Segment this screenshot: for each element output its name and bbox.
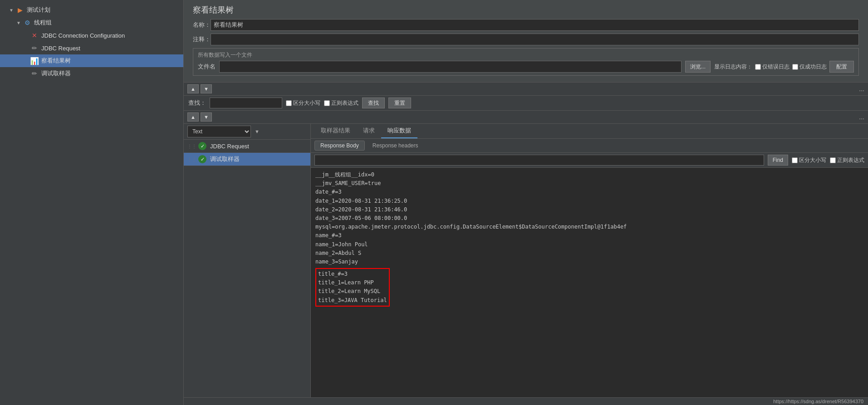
sidebar-item-label: JDBC Request <box>41 45 80 52</box>
page-header: 察看结果树 名称： 注释： 所有数据写入一个文件 文件名 浏览... 显示日志内… <box>184 0 868 83</box>
expand-arrow: ▼ <box>9 8 15 13</box>
response-line: date_#=3 <box>315 188 863 196</box>
file-input[interactable] <box>219 61 682 73</box>
sidebar: ▼ ▶ 测试计划 ▼ ⚙ 线程组 ✕ JDBC Connection Confi… <box>0 0 184 405</box>
jdbc-config-icon: ✕ <box>30 31 39 40</box>
response-body: __jm__线程组__idx=0 __jmv_SAME_USER=true da… <box>311 168 868 397</box>
list-item[interactable]: ⋮⋮ ✓ 调试取样器 <box>184 153 310 166</box>
sidebar-item-label: JDBC Connection Configuration <box>41 32 125 39</box>
response-line: date_1=2020-08-31 21:36:25.0 <box>315 197 863 205</box>
toolbar-dots-2: ... <box>859 113 864 121</box>
toolbar-row-2: ▲ ▼ ... <box>184 111 868 124</box>
success-only-checkbox[interactable] <box>792 64 798 70</box>
right-panel: 取样器结果 请求 响应数据 Response Body Response hea… <box>311 124 868 397</box>
find-regex-label-text: 正则表达式 <box>837 156 864 164</box>
reset-button[interactable]: 重置 <box>388 98 411 108</box>
up-button-1[interactable]: ▲ <box>187 84 199 93</box>
split-area: Text RegExp Tester CSS/JQuery Tester XPa… <box>184 124 868 397</box>
tab-request[interactable]: 请求 <box>357 124 381 138</box>
toolbar-dots-1: ... <box>859 85 864 93</box>
search-input[interactable] <box>210 98 282 108</box>
case-sensitive-checkbox[interactable] <box>286 100 292 106</box>
result-tree-icon: 📊 <box>30 56 39 65</box>
sidebar-item-label: 测试计划 <box>27 6 50 14</box>
response-tabs: Response Body Response headers <box>311 139 868 153</box>
toolbar-row-1: ▲ ▼ ... <box>184 83 868 96</box>
tab-sampler-result[interactable]: 取样器结果 <box>314 124 357 138</box>
jdbc-request-icon: ✏ <box>30 44 39 53</box>
browse-button[interactable]: 浏览... <box>685 61 711 73</box>
response-line: date_2=2020-08-31 21:36:46.0 <box>315 205 863 214</box>
sidebar-item-jdbc-config[interactable]: ✕ JDBC Connection Configuration <box>0 29 183 42</box>
find-regex-checkbox[interactable] <box>830 157 836 163</box>
regex-checkbox-label: 正则表达式 <box>324 99 358 107</box>
case-sensitive-checkbox-label: 区分大小写 <box>286 99 320 107</box>
response-line: __jm__线程组__idx=0 <box>315 171 863 179</box>
debug-sampler-icon: ✏ <box>30 69 39 78</box>
response-line: name_2=Abdul S <box>315 249 863 258</box>
view-selector: Text RegExp Tester CSS/JQuery Tester XPa… <box>184 124 310 140</box>
sample-status-icon: ✓ <box>198 142 206 150</box>
name-input[interactable] <box>211 19 859 31</box>
sample-name-label: JDBC Request <box>210 143 249 150</box>
file-section: 所有数据写入一个文件 文件名 浏览... 显示日志内容： 仅错误日志 仅成功日志… <box>193 48 859 76</box>
regex-checkbox[interactable] <box>324 100 330 106</box>
sidebar-item-result-tree[interactable]: 📊 察看结果树 <box>0 54 183 67</box>
sample-status-icon: ✓ <box>198 155 206 163</box>
drag-handle-icon: ⋮⋮ <box>187 157 196 162</box>
search-label: 查找： <box>188 99 206 107</box>
find-row: Find 区分大小写 正则表达式 <box>311 153 868 168</box>
file-name-label: 文件名 <box>198 63 216 71</box>
resp-tab-headers[interactable]: Response headers <box>367 141 424 151</box>
comment-label: 注释： <box>193 35 211 44</box>
sidebar-item-label: 察看结果树 <box>41 57 71 65</box>
drag-handle-icon: ⋮⋮ <box>187 144 196 149</box>
status-bar: https://https://sdng.as/drenet/R56394370 <box>184 397 868 405</box>
success-only-label: 仅成功日志 <box>799 63 827 71</box>
sidebar-item-jdbc-request[interactable]: ✏ JDBC Request <box>0 42 183 54</box>
find-button-response[interactable]: Find <box>768 155 788 166</box>
page-title: 察看结果树 <box>193 5 859 15</box>
sidebar-item-test-plan[interactable]: ▼ ▶ 测试计划 <box>0 4 183 16</box>
resp-tab-body[interactable]: Response Body <box>314 141 365 151</box>
response-line-highlighted: title_2=Learn MySQL <box>318 287 387 296</box>
find-regex-label: 正则表达式 <box>830 156 864 164</box>
sample-name-label: 调试取样器 <box>210 155 240 163</box>
highlighted-section: title_#=3 title_1=Learn PHP title_2=Lear… <box>315 268 390 307</box>
response-line: __jmv_SAME_USER=true <box>315 179 863 188</box>
sidebar-item-thread-group[interactable]: ▼ ⚙ 线程组 <box>0 16 183 29</box>
find-input[interactable] <box>314 155 764 166</box>
comment-input[interactable] <box>211 34 859 45</box>
response-line-highlighted: title_3=JAVA Tutorial <box>318 296 387 305</box>
response-line: mysql=org.apache.jmeter.protocol.jdbc.co… <box>315 223 863 231</box>
sidebar-item-debug-sampler[interactable]: ✏ 调试取样器 <box>0 67 183 80</box>
regex-label: 正则表达式 <box>331 99 358 107</box>
comment-row: 注释： <box>193 34 859 45</box>
file-row: 文件名 浏览... 显示日志内容： 仅错误日志 仅成功日志 配置 <box>198 61 854 73</box>
response-line: name_3=Sanjay <box>315 258 863 266</box>
down-button-2[interactable]: ▼ <box>201 112 212 122</box>
response-line-highlighted: title_1=Learn PHP <box>318 278 387 287</box>
view-dropdown[interactable]: Text RegExp Tester CSS/JQuery Tester XPa… <box>187 126 251 137</box>
sidebar-item-label: 调试取样器 <box>41 69 71 78</box>
name-label: 名称： <box>193 21 211 29</box>
test-plan-icon: ▶ <box>15 5 25 15</box>
sample-list: ⋮⋮ ✓ JDBC Request ⋮⋮ ✓ 调试取样器 <box>184 140 310 397</box>
case-sensitive-label: 区分大小写 <box>293 99 320 107</box>
success-only-checkbox-label: 仅成功日志 <box>792 63 827 71</box>
find-case-sensitive-label: 区分大小写 <box>792 156 826 164</box>
left-panel: Text RegExp Tester CSS/JQuery Tester XPa… <box>184 124 311 397</box>
tab-bar: 取样器结果 请求 响应数据 <box>311 124 868 139</box>
find-button[interactable]: 查找 <box>362 98 385 108</box>
up-button-2[interactable]: ▲ <box>187 112 199 122</box>
find-case-sensitive-checkbox[interactable] <box>792 157 798 163</box>
config-button[interactable]: 配置 <box>829 61 854 73</box>
file-section-title: 所有数据写入一个文件 <box>198 51 854 59</box>
error-only-label: 仅错误日志 <box>762 63 790 71</box>
list-item[interactable]: ⋮⋮ ✓ JDBC Request <box>184 140 310 153</box>
name-row: 名称： <box>193 19 859 31</box>
response-area: Response Body Response headers Find 区分大小… <box>311 139 868 397</box>
down-button-1[interactable]: ▼ <box>201 84 212 93</box>
error-only-checkbox[interactable] <box>755 64 761 70</box>
tab-response-data[interactable]: 响应数据 <box>381 124 417 138</box>
